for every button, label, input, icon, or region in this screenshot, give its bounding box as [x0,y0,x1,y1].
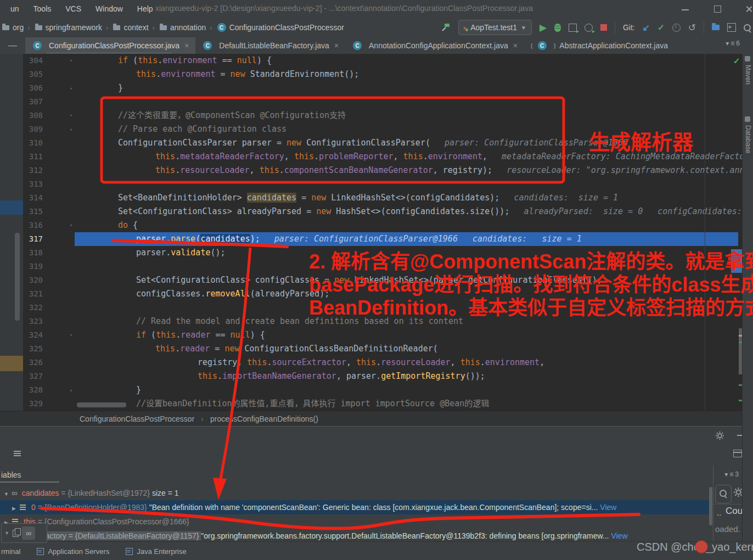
code-token: this [155,344,175,354]
debug-settings-icon[interactable] [14,451,21,452]
git-commit-icon[interactable]: ✓ [658,23,665,32]
breadcrumb-separator: › [210,24,212,32]
close-icon[interactable] [745,5,752,13]
line-number: 307 [26,95,43,109]
memory-search-box[interactable] [715,485,732,503]
minimize-icon[interactable] [682,9,689,10]
expand-icon[interactable]: ▶ [10,501,18,516]
code-line[interactable]: 318parser.validate(); [0,246,742,260]
editor-tab[interactable]: CAnnotationConfigApplicationContext.java… [345,37,524,54]
code-line[interactable]: 307 [0,95,742,109]
code-line[interactable]: 328▴} [0,383,742,397]
maximize-icon[interactable] [714,5,721,13]
run-anything-icon[interactable] [727,23,736,32]
code-line[interactable]: 312this.resourceLoader, this.componentSc… [0,164,742,177]
layout-icon[interactable] [733,450,742,457]
search-everywhere-icon[interactable] [744,24,751,31]
breadcrumb-item[interactable]: org [13,23,24,32]
floating-value-toolbar[interactable]: ▼ ∞ [1,523,47,543]
line-number: 304 [26,54,43,68]
breadcrumb-class[interactable]: ConfigurationClassPostProcessor [80,415,194,423]
editor-tab[interactable]: CConfigurationClassPostProcessor.java× [25,37,195,54]
tab-close-icon[interactable]: × [513,41,518,50]
build-hammer-icon[interactable] [441,23,451,32]
run-button[interactable]: ▶ [540,23,547,32]
hide-tabs-icon[interactable]: — [0,37,25,54]
view-link[interactable]: View [600,503,616,512]
statusbar-item-rminal[interactable]: rminal [1,547,20,556]
horizontal-scrollbar[interactable] [77,402,126,407]
code-line[interactable]: 319 [0,260,742,273]
code-line[interactable]: 322 [0,301,742,315]
stop-button[interactable] [600,24,607,31]
code-line[interactable]: 314Set<BeanDefinitionHolder> candidates … [0,191,742,205]
code-line[interactable]: 311this.metadataReaderFactory, this.prob… [0,150,742,164]
view-link[interactable]: View [611,531,627,540]
collapse-icon[interactable]: ▼ [2,487,10,501]
fold-marker-icon[interactable]: ▾ [70,54,72,68]
breadcrumb-item[interactable]: springframework [46,23,102,32]
menu-item-vcs[interactable]: VCS [58,4,88,13]
tab-variables[interactable]: iables [1,471,21,479]
tab-overflow-dropdown[interactable]: ▾ ≡ 6 [726,40,740,47]
breadcrumb-item[interactable]: context [123,23,148,32]
code-line[interactable]: 309▴// Parse each @Configuration class [0,122,742,136]
variable-row[interactable]: ▶0 = {BeanDefinitionHolder@1983} "Bean d… [0,500,712,514]
editor-tab[interactable]: CDefaultListableBeanFactory.java× [195,37,345,54]
history-clock-icon[interactable] [672,24,681,32]
git-update-icon[interactable]: ↙ [643,23,650,33]
fold-marker-icon[interactable]: ▴ [70,383,72,397]
coverage-button[interactable] [569,24,577,32]
tab-close-icon[interactable]: × [184,41,189,50]
breadcrumb-item[interactable]: annotation [170,23,206,32]
fold-marker-icon[interactable]: ▴ [70,81,72,95]
code-line[interactable]: 325this.reader = new ConfigurationClassB… [0,342,742,356]
run-configuration-select[interactable]: ▸ AopTest.test1 ▼ [458,20,532,35]
code-line[interactable]: 316▾do { [0,219,742,232]
menu-item-tools[interactable]: Tools [26,4,59,13]
code-line[interactable]: 308▾//这个类很重要，@ComponentScan @Configurati… [0,109,742,122]
statusbar-item-java-enterprise[interactable]: Java Enterprise [126,547,186,556]
fold-marker-icon[interactable]: ▾ [70,109,72,122]
code-line[interactable]: 320Set<ConfigurationClass> configClasses… [0,273,742,287]
code-line[interactable]: 317parser.parse(candidates);parser: Conf… [0,232,742,246]
code-line[interactable]: 306▴} [0,81,742,95]
code-token: LinkedHashSet<>(parser.getConfigurationC… [349,275,602,285]
left-strip-scrollbar[interactable] [15,233,20,321]
code-line[interactable]: 321configClasses.removeAll(alreadyParsed… [0,287,742,301]
copy-icon[interactable] [13,530,19,537]
editor-tab[interactable]: (C)AbstractApplicationContext.java [524,37,675,54]
fold-marker-icon[interactable]: ▴ [70,122,72,136]
variable-row[interactable]: ▶this = {ConfigurationClassPostProcessor… [0,514,712,529]
stripe-item-maven[interactable]: Maven [744,65,752,85]
tab-close-icon[interactable]: × [334,41,339,50]
variables-scrollbar[interactable] [709,487,712,525]
code-line[interactable]: 305this.environment = new StandardEnviro… [0,68,742,81]
code-editor[interactable]: 304▾if (this.environment == null) {305th… [0,54,742,411]
breadcrumb-class[interactable]: ConfigurationClassPostProcessor [229,23,344,32]
code-line[interactable]: 304▾if (this.environment == null) { [0,54,742,68]
code-line[interactable]: 323// Read the model and create bean def… [0,315,742,328]
rollback-icon[interactable]: ↺ [688,22,696,33]
code-line[interactable]: 324▾if (this.reader == null) { [0,328,742,342]
fold-marker-icon[interactable]: ▾ [70,328,72,342]
project-structure-icon[interactable] [712,25,720,30]
code-line[interactable]: 327this.importBeanNameGenerator, parser.… [0,369,742,383]
stripe-item-database[interactable]: Database [744,125,752,153]
statusbar-item-application-servers[interactable]: Application Servers [37,547,109,556]
code-line[interactable]: 310ConfigurationClassParser parser = new… [0,136,742,150]
code-line[interactable]: 315Set<ConfigurationClass> alreadyParsed… [0,205,742,219]
watch-icon[interactable]: ∞ [22,527,35,540]
code-token: HashSet<>(configCandidates.size()); [331,206,509,216]
menu-item-window[interactable]: Window [88,4,130,13]
settings-gear-icon[interactable] [715,431,724,443]
menu-item-un[interactable]: un [3,4,26,13]
editor-scroll-marks[interactable]: ✓ [730,54,742,411]
profiler-button[interactable] [585,24,593,32]
code-line[interactable]: 313 [0,177,742,191]
code-line[interactable]: 326registry, this.sourceExtractor, this.… [0,356,742,369]
breadcrumb-method[interactable]: processConfigBeanDefinitions() [210,415,318,423]
fold-marker-icon[interactable]: ▾ [70,219,72,232]
variable-row[interactable]: ▼∞candidates = {LinkedHashSet@1972} size… [0,486,712,500]
debug-button[interactable] [554,24,561,32]
